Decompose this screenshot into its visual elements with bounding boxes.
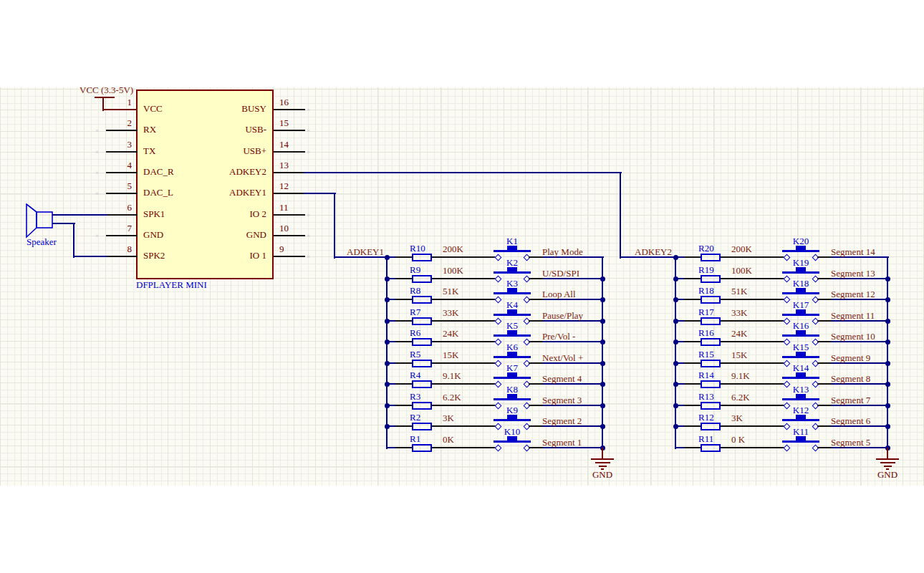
resistor-value[interactable]: 200K [443, 244, 463, 254]
pushbutton-designator[interactable]: K9 [491, 405, 534, 415]
gnd-label[interactable]: GND [873, 470, 902, 480]
resistor-designator[interactable]: R6 [410, 328, 420, 338]
key-function-label[interactable]: Segment 4 [542, 374, 582, 384]
pushbutton-bar-K9[interactable] [494, 419, 531, 421]
pushbutton-bar-K2[interactable] [494, 271, 531, 274]
pushbutton-bar-K1[interactable] [494, 250, 531, 252]
pushbutton-bar-K20[interactable] [782, 250, 819, 252]
resistor-body-R1[interactable] [412, 444, 432, 452]
resistor-designator[interactable]: R7 [410, 307, 420, 317]
resistor-designator[interactable]: R1 [410, 434, 420, 444]
resistor-body-R18[interactable] [701, 296, 721, 304]
resistor-value[interactable]: 200K [731, 244, 752, 254]
resistor-designator[interactable]: R11 [698, 434, 713, 444]
pushbutton-designator[interactable]: K1 [491, 236, 534, 246]
pushbutton-bar-K10[interactable] [494, 440, 531, 443]
pushbutton-bar-K15[interactable] [782, 356, 819, 358]
vcc-power-bar-icon[interactable] [95, 97, 115, 98]
key-function-label[interactable]: Segment 1 [542, 438, 582, 448]
resistor-body-R5[interactable] [412, 360, 432, 367]
key-function-label[interactable]: Segment 12 [831, 289, 875, 299]
resistor-value[interactable]: 24K [731, 329, 747, 339]
key-function-label[interactable]: Segment 8 [831, 374, 870, 384]
speaker-label[interactable]: Speaker [27, 237, 57, 247]
resistor-designator[interactable]: R15 [698, 350, 714, 360]
pushbutton-bar-K18[interactable] [782, 292, 819, 294]
key-function-label[interactable]: U/SD/SPI [542, 269, 579, 279]
pushbutton-bar-K4[interactable] [494, 314, 531, 316]
pushbutton-designator[interactable]: K3 [491, 279, 534, 289]
key-function-label[interactable]: Next/Vol + [542, 353, 583, 363]
ic-designator-label[interactable]: DFPLAYER MINI [136, 280, 207, 290]
key-function-label[interactable]: Segment 7 [831, 395, 870, 405]
resistor-value[interactable]: 100K [731, 266, 752, 276]
resistor-value[interactable]: 6.2K [443, 393, 461, 403]
resistor-value[interactable]: 15K [731, 350, 747, 360]
resistor-designator[interactable]: R17 [698, 307, 714, 317]
resistor-body-R15[interactable] [701, 360, 721, 367]
resistor-value[interactable]: 51K [443, 286, 458, 297]
key-function-label[interactable]: Segment 6 [831, 416, 870, 426]
pushbutton-bar-K16[interactable] [782, 334, 819, 337]
resistor-body-R13[interactable] [701, 402, 721, 410]
pushbutton-bar-K6[interactable] [494, 356, 531, 358]
pushbutton-bar-K13[interactable] [782, 398, 819, 400]
resistor-value[interactable]: 33K [443, 308, 458, 318]
resistor-body-R4[interactable] [412, 380, 432, 388]
resistor-value[interactable]: 9.1K [443, 371, 461, 381]
pushbutton-designator[interactable]: K7 [491, 363, 534, 373]
resistor-designator[interactable]: R2 [410, 413, 420, 423]
key-function-label[interactable]: Segment 2 [542, 416, 582, 426]
resistor-designator[interactable]: R14 [698, 370, 714, 380]
resistor-value[interactable]: 24K [443, 329, 458, 339]
gnd-label[interactable]: GND [588, 470, 617, 480]
pushbutton-designator[interactable]: K11 [779, 427, 822, 437]
pushbutton-designator[interactable]: K17 [779, 300, 822, 310]
resistor-value[interactable]: 33K [731, 308, 747, 318]
pushbutton-designator[interactable]: K14 [779, 363, 822, 373]
key-function-label[interactable]: Pause/Play [542, 311, 583, 321]
resistor-designator[interactable]: R4 [410, 370, 420, 380]
resistor-value[interactable]: 51K [731, 286, 747, 297]
resistor-designator[interactable]: R8 [410, 286, 420, 296]
resistor-value[interactable]: 3K [731, 413, 743, 423]
resistor-body-R9[interactable] [412, 275, 432, 283]
key-function-label[interactable]: Loop All [542, 289, 576, 299]
resistor-designator[interactable]: R9 [410, 265, 420, 275]
key-function-label[interactable]: Segment 14 [831, 247, 875, 257]
key-function-label[interactable]: Segment 13 [831, 269, 875, 279]
pushbutton-bar-K14[interactable] [782, 377, 819, 379]
pushbutton-bar-K3[interactable] [494, 292, 531, 294]
pushbutton-bar-K17[interactable] [782, 314, 819, 316]
resistor-body-R11[interactable] [701, 444, 721, 452]
pushbutton-designator[interactable]: K2 [491, 258, 534, 268]
key-function-label[interactable]: Segment 11 [831, 311, 875, 321]
pushbutton-bar-K19[interactable] [782, 271, 819, 274]
pushbutton-bar-K11[interactable] [782, 440, 819, 443]
pushbutton-bar-K5[interactable] [494, 334, 531, 337]
pushbutton-designator[interactable]: K6 [491, 342, 534, 352]
pushbutton-designator[interactable]: K15 [779, 342, 822, 352]
resistor-value[interactable]: 15K [443, 350, 458, 360]
pushbutton-designator[interactable]: K12 [779, 405, 822, 415]
resistor-designator[interactable]: R3 [410, 392, 420, 402]
resistor-body-R3[interactable] [412, 402, 432, 410]
resistor-designator[interactable]: R12 [698, 413, 714, 423]
pushbutton-bar-K12[interactable] [782, 419, 819, 421]
pushbutton-bar-K7[interactable] [494, 377, 531, 379]
key-function-label[interactable]: Segment 5 [831, 438, 870, 448]
key-function-label[interactable]: Play Mode [542, 247, 583, 257]
key-function-label[interactable]: Segment 9 [831, 353, 870, 363]
resistor-designator[interactable]: R5 [410, 350, 420, 360]
speaker-symbol[interactable] [25, 203, 55, 241]
resistor-designator[interactable]: R13 [698, 392, 714, 402]
pushbutton-designator[interactable]: K16 [779, 321, 822, 331]
power-net-label-vcc[interactable]: VCC (3.3-5V) [80, 85, 133, 95]
pushbutton-bar-K8[interactable] [494, 398, 531, 400]
resistor-body-R14[interactable] [701, 380, 721, 388]
key-function-label[interactable]: Segment 3 [542, 395, 582, 405]
resistor-body-R17[interactable] [701, 317, 721, 325]
resistor-value[interactable]: 9.1K [731, 371, 750, 381]
key-function-label[interactable]: Segment 10 [831, 332, 875, 342]
resistor-body-R20[interactable] [701, 254, 721, 261]
